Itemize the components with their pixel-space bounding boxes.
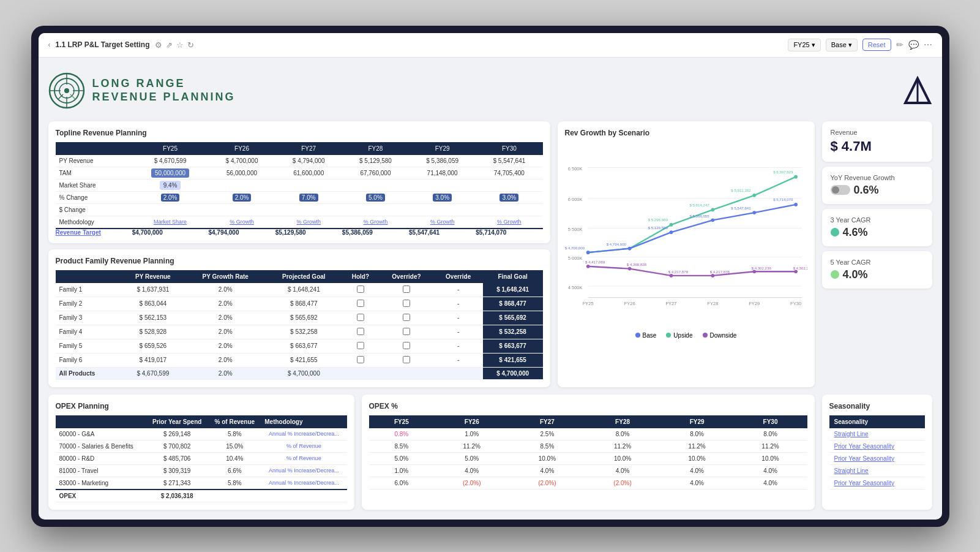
svg-point-43 <box>627 267 631 270</box>
svg-text:$ 4,217,878: $ 4,217,878 <box>709 270 730 274</box>
legend-upside-dot <box>666 333 671 338</box>
table-row: 5.0% 5.0% 10.0% 10.0% 10.0% 10.0% <box>369 452 807 464</box>
svg-text:FY26: FY26 <box>624 300 635 306</box>
table-row: Family 2 $ 863,044 2.0% $ 868,477 - $ 86… <box>56 297 543 311</box>
chart-title: Rev Growth by Scenario <box>565 129 807 137</box>
product-family-table: PY Revenue PY Growth Rate Projected Goal… <box>56 270 543 380</box>
table-row: 6.0% (2.0%) (2.0%) (2.0%) 4.0% 4.0% <box>369 477 807 489</box>
reset-btn[interactable]: Reset <box>862 39 891 51</box>
table-row: Market Share 9.4% <box>56 179 543 191</box>
header-title: LONG RANGE REVENUE PLANNING <box>92 77 236 104</box>
back-icon[interactable]: ‹ <box>48 40 51 49</box>
svg-point-3 <box>64 88 69 93</box>
revenue-target-row: Revenue Target $4,700,000 $4,794,000 $5,… <box>56 229 543 236</box>
table-row: Prior Year Seasonality <box>829 477 925 489</box>
opex-pct-card: OPEX % FY25 FY26 FY27 FY28 FY29 FY30 <box>362 395 815 510</box>
svg-text:FY29: FY29 <box>749 300 760 306</box>
svg-text:$ 5,614,247: $ 5,614,247 <box>689 202 709 206</box>
page-title: 1.1 LRP P&L Target Setting <box>56 40 150 49</box>
svg-text:$ 4,368,828: $ 4,368,828 <box>626 262 646 266</box>
svg-text:$ 4,794,000: $ 4,794,000 <box>606 241 626 246</box>
table-row: TAM 50,000,000 56,000,000 61,600,000 67,… <box>56 167 543 179</box>
svg-point-38 <box>669 230 673 234</box>
opex-card: OPEX Planning Prior Year Spend % of Reve… <box>48 395 354 510</box>
table-row: Straight Line <box>829 464 925 477</box>
table-row: All Products $ 4,670,599 2.0% $ 4,700,00… <box>56 367 543 379</box>
table-row: Family 1 $ 1,637,931 2.0% $ 1,648,241 - … <box>56 283 543 297</box>
svg-point-39 <box>711 218 714 222</box>
svg-point-34 <box>752 194 756 197</box>
svg-text:$ 5,296,960: $ 5,296,960 <box>648 217 668 222</box>
comment-icon[interactable]: 💬 <box>908 40 919 50</box>
table-row: Family 4 $ 528,928 2.0% $ 532,258 - $ 53… <box>56 325 543 339</box>
table-row: Methodology Market Share % Growth % Grow… <box>56 216 543 229</box>
svg-text:$ 5,129,580: $ 5,129,580 <box>648 225 668 229</box>
seasonality-header-row: Seasonality <box>829 415 925 428</box>
revenue-metric-card: Revenue $ 4.7M <box>822 121 932 162</box>
svg-point-41 <box>794 203 798 206</box>
cagr3-value: 4.6% <box>843 226 868 239</box>
svg-point-36 <box>586 251 589 254</box>
fy25-btn[interactable]: FY25 ▾ <box>788 39 820 51</box>
svg-text:$ 6,307,629: $ 6,307,629 <box>773 170 793 174</box>
cagr3-metric-card: 3 Year CAGR 4.6% <box>822 209 932 246</box>
product-family-header-row: PY Revenue PY Growth Rate Projected Goal… <box>56 270 543 283</box>
header-left: LONG RANGE REVENUE PLANNING <box>48 72 236 109</box>
more-icon[interactable]: ⋯ <box>924 40 932 50</box>
product-family-card: Product Family Revenue Planning PY Reven… <box>48 249 550 387</box>
yoy-toggle[interactable] <box>831 185 850 195</box>
table-row: 80000 - R&D $ 485,706 10.4% % of Revenue <box>56 452 347 464</box>
rev-growth-chart-card: Rev Growth by Scenario 6 500K 6 000K 5 5… <box>558 121 815 387</box>
cagr5-dot <box>831 270 839 279</box>
top-bar-right: FY25 ▾ Base ▾ Reset ✏ 💬 ⋯ <box>788 39 932 51</box>
svg-text:$ 4,217,878: $ 4,217,878 <box>668 270 688 274</box>
cagr3-label: 3 Year CAGR <box>831 216 924 224</box>
table-row: 81000 - Travel $ 309,319 6.6% Annual % I… <box>56 464 347 477</box>
share-icon[interactable]: ⇗ <box>166 40 173 50</box>
cagr5-label: 5 Year CAGR <box>831 259 924 266</box>
svg-point-35 <box>794 175 798 178</box>
product-family-title: Product Family Revenue Planning <box>56 257 543 265</box>
edit-icon[interactable]: ✏ <box>896 40 903 50</box>
star-icon[interactable]: ☆ <box>176 40 184 50</box>
legend-base-dot <box>635 333 640 338</box>
chevron-down-icon: ▾ <box>812 41 815 49</box>
svg-text:4 500K: 4 500K <box>567 284 582 290</box>
table-row: Family 6 $ 419,017 2.0% $ 421,655 - $ 42… <box>56 353 543 367</box>
chevron-down-icon: ▾ <box>848 41 852 49</box>
brand-logo <box>903 76 932 105</box>
topline-table: FY25 FY26 FY27 FY28 FY29 FY30 <box>56 142 543 236</box>
cagr5-value: 4.0% <box>843 268 868 281</box>
opex-table: Prior Year Spend % of Revenue Methodolog… <box>56 415 347 502</box>
svg-point-45 <box>711 274 714 278</box>
table-row: Family 3 $ 562,153 2.0% $ 565,692 - $ 56… <box>56 311 543 325</box>
top-bar-icons: ⚙ ⇗ ☆ ↻ <box>155 40 194 50</box>
cagr5-value-container: 4.0% <box>831 268 924 281</box>
svg-text:$ 5,386,055: $ 5,386,055 <box>689 213 709 217</box>
refresh-icon[interactable]: ↻ <box>187 40 194 50</box>
legend-upside: Upside <box>666 332 692 339</box>
svg-point-37 <box>627 246 631 250</box>
seasonality-title: Seasonality <box>829 402 925 410</box>
svg-point-44 <box>669 274 673 278</box>
table-row: 1.0% 4.0% 4.0% 4.0% 4.0% 4.0% <box>369 464 807 477</box>
table-row: Family 5 $ 659,526 2.0% $ 663,677 - $ 66… <box>56 339 543 353</box>
base-btn[interactable]: Base ▾ <box>826 39 858 51</box>
yoy-metric-card: YoY Revenue Growth 0.6% <box>822 167 932 204</box>
svg-text:$ 5,911,162: $ 5,911,162 <box>731 188 751 192</box>
cagr3-dot <box>831 228 839 236</box>
svg-text:$ 4,302,236: $ 4,302,236 <box>751 266 771 270</box>
table-row: 0.8% 1.0% 2.5% 8.0% 8.0% 8.0% <box>369 428 807 440</box>
svg-text:6 500K: 6 500K <box>567 166 582 172</box>
yoy-label: YoY Revenue Growth <box>831 174 924 181</box>
topline-card: Topline Revenue Planning FY25 FY26 FY27 … <box>48 121 550 243</box>
settings-icon[interactable]: ⚙ <box>155 40 162 50</box>
opex-pct-table: FY25 FY26 FY27 FY28 FY29 FY30 0.8% <box>369 415 807 490</box>
svg-text:$ 5,714,070: $ 5,714,070 <box>773 197 793 202</box>
revenue-value: $ 4.7M <box>831 138 924 154</box>
top-bar-left: ‹ 1.1 LRP P&L Target Setting ⚙ ⇗ ☆ ↻ <box>48 40 194 50</box>
table-row: Prior Year Seasonality <box>829 440 925 452</box>
yoy-value-container: 0.6% <box>831 184 924 197</box>
legend-base: Base <box>635 332 657 339</box>
table-row: Prior Year Seasonality <box>829 452 925 464</box>
